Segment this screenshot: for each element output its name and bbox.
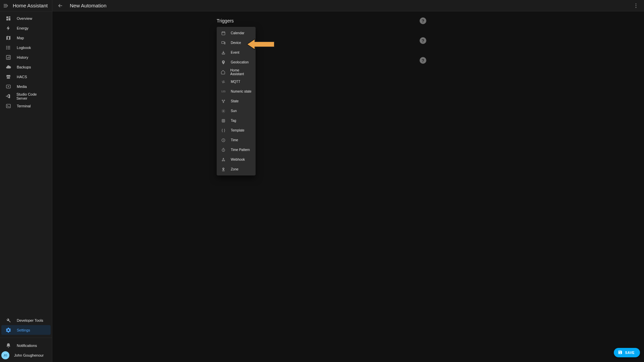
svg-rect-17	[222, 41, 224, 43]
page-title: New Automation	[70, 3, 106, 8]
zone-icon	[221, 167, 226, 172]
sidebar-item-overview[interactable]: Overview	[1, 13, 51, 23]
save-button[interactable]: SAVE	[614, 348, 640, 357]
sidebar-item-developer-tools[interactable]: Developer Tools	[1, 315, 51, 325]
sidebar-item-label: HACS	[17, 75, 27, 79]
dropdown-item-sun[interactable]: Sun	[217, 106, 256, 116]
dropdown-item-template[interactable]: Template	[217, 125, 256, 135]
dropdown-item-label: Geolocation	[231, 60, 249, 64]
sidebar-item-label: Backups	[17, 65, 31, 69]
dropdown-item-label: Numeric state	[231, 90, 252, 93]
help-icon[interactable]: ?	[420, 37, 426, 44]
save-button-label: SAVE	[625, 351, 635, 355]
dropdown-item-home-assistant[interactable]: Home Assistant	[217, 67, 256, 77]
sidebar-item-code[interactable]: Studio Code Server	[1, 91, 51, 101]
sidebar-item-media[interactable]: Media	[1, 82, 51, 91]
dropdown-item-label: Zone	[231, 167, 238, 171]
dropdown-item-time-pattern[interactable]: Time Pattern	[217, 145, 256, 155]
tag-icon	[221, 118, 226, 123]
svg-point-5	[6, 47, 7, 48]
sidebar-item-label: Media	[17, 85, 27, 89]
dropdown-item-device[interactable]: Device	[217, 38, 256, 48]
svg-point-15	[636, 7, 636, 8]
back-button[interactable]	[56, 2, 64, 10]
webhook-icon	[221, 157, 226, 162]
dropdown-item-numeric-state[interactable]: 123 Numeric state	[217, 87, 256, 96]
menu-toggle-icon[interactable]	[3, 3, 9, 9]
cloud-icon	[5, 64, 11, 70]
sidebar-item-notifications[interactable]: Notifications	[1, 341, 51, 350]
dropdown-item-tag[interactable]: Tag	[217, 116, 256, 125]
svg-rect-3	[6, 18, 8, 20]
device-icon	[221, 40, 226, 46]
dropdown-item-label: Event	[231, 51, 239, 54]
braces-icon	[221, 128, 226, 133]
numeric-icon: 123	[221, 89, 226, 94]
svg-rect-9	[8, 57, 8, 58]
svg-point-21	[224, 100, 225, 100]
svg-rect-25	[223, 120, 224, 121]
dropdown-item-label: Template	[231, 128, 245, 132]
dropdown-item-calendar[interactable]: Calendar	[217, 28, 256, 38]
sidebar-item-label: Energy	[17, 26, 29, 30]
topbar: New Automation	[52, 0, 644, 11]
svg-rect-0	[6, 16, 8, 18]
dropdown-item-label: Device	[231, 41, 241, 45]
svg-rect-18	[224, 42, 225, 44]
svg-point-4	[6, 46, 7, 46]
svg-rect-19	[222, 53, 225, 54]
sidebar-user[interactable]: JG John Goughenour	[0, 350, 52, 360]
save-icon	[618, 350, 623, 355]
sidebar-item-history[interactable]: History	[1, 52, 51, 62]
help-icon[interactable]: ?	[420, 17, 426, 24]
vscode-icon	[5, 93, 11, 99]
clock-icon	[221, 138, 226, 143]
sidebar-item-label: Overview	[17, 16, 32, 20]
sidebar-item-hacs[interactable]: HACS	[1, 72, 51, 82]
sidebar-divider	[0, 338, 52, 338]
dropdown-item-label: Tag	[231, 119, 236, 122]
svg-rect-16	[222, 32, 225, 35]
dropdown-item-mqtt[interactable]: MQTT	[217, 77, 256, 87]
main-area: New Automation Triggers ? ? ? Calendar D…	[52, 0, 644, 362]
state-icon	[221, 99, 226, 104]
dropdown-item-time[interactable]: Time	[217, 135, 256, 145]
media-icon	[5, 84, 11, 90]
help-icon[interactable]: ?	[420, 57, 426, 64]
dropdown-item-zone[interactable]: Zone	[217, 164, 256, 174]
dropdown-item-label: State	[231, 99, 238, 103]
svg-point-29	[224, 160, 225, 161]
gear-icon	[5, 327, 11, 333]
sidebar-item-settings[interactable]: Settings	[1, 325, 51, 335]
sidebar-header: Home Assistant	[0, 0, 52, 11]
dropdown-item-webhook[interactable]: Webhook	[217, 155, 256, 164]
timer-icon	[221, 147, 226, 153]
dropdown-item-geolocation[interactable]: Geolocation	[217, 57, 256, 67]
sidebar-item-terminal[interactable]: Terminal	[1, 101, 51, 111]
svg-rect-12	[6, 104, 10, 108]
map-icon	[5, 35, 11, 41]
dashboard-icon	[5, 15, 11, 21]
svg-point-13	[636, 3, 636, 4]
svg-point-22	[223, 102, 224, 102]
avatar: JG	[1, 351, 9, 359]
sidebar-item-label: History	[17, 55, 28, 59]
svg-point-23	[223, 110, 224, 112]
svg-rect-10	[9, 56, 9, 58]
sidebar-item-backups[interactable]: Backups	[1, 62, 51, 72]
dropdown-item-label: Home Assistant	[230, 68, 252, 76]
overflow-menu-button[interactable]	[632, 2, 640, 10]
sidebar-item-energy[interactable]: Energy	[1, 23, 51, 33]
dropdown-item-event[interactable]: Event	[217, 48, 256, 57]
dropdown-item-label: Calendar	[231, 31, 245, 35]
svg-rect-8	[7, 57, 8, 58]
sidebar-item-map[interactable]: Map	[1, 33, 51, 43]
terminal-icon	[5, 103, 11, 109]
sidebar-item-label: Notifications	[17, 344, 37, 348]
home-icon	[221, 69, 226, 75]
sidebar-item-logbook[interactable]: Logbook	[1, 43, 51, 52]
event-icon	[221, 50, 226, 55]
svg-rect-2	[9, 18, 10, 20]
dropdown-item-label: Webhook	[231, 158, 245, 161]
dropdown-item-state[interactable]: State	[217, 96, 256, 106]
